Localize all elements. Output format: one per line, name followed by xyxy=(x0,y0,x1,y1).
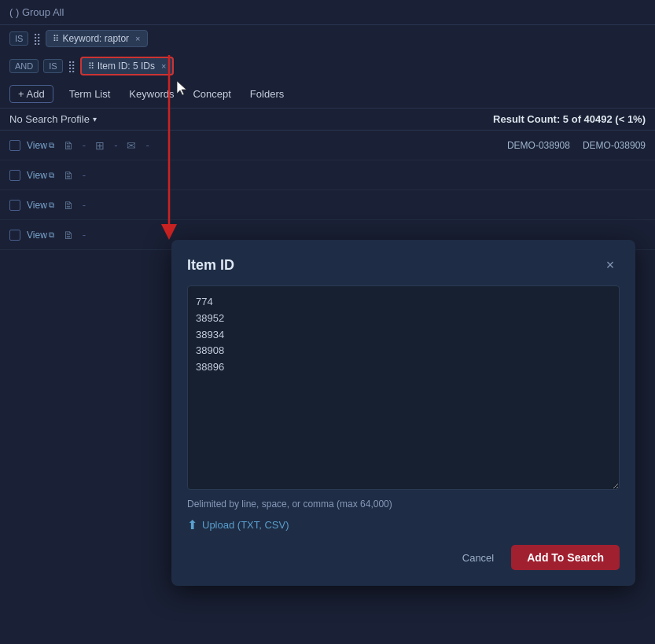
is-operator-1[interactable]: IS xyxy=(9,31,28,46)
profile-dropdown[interactable]: No Search Profile ▾ xyxy=(9,113,97,125)
add-button[interactable]: + Add xyxy=(9,85,53,103)
table-area: View ⧉ 🗎 - ⊞ - ✉ - DEMO-038908 DEMO-0389… xyxy=(0,131,655,250)
and-operator[interactable]: AND xyxy=(9,59,39,73)
keyword-tag[interactable]: ⠿ Keyword: raptor × xyxy=(46,30,147,47)
upload-button[interactable]: ⬆ Upload (TXT, CSV) xyxy=(187,517,620,532)
doc-icon-3: 🗎 xyxy=(61,199,76,212)
doc-icon-4: 🗎 xyxy=(61,229,76,241)
doc-icon-2: 🗎 xyxy=(61,169,76,182)
result-count: Result Count: 5 of 40492 (< 1%) xyxy=(493,113,646,125)
chevron-down-icon: ▾ xyxy=(93,115,97,123)
demo-val-1a: DEMO-038908 xyxy=(507,140,570,151)
modal-close-button[interactable]: × xyxy=(601,256,620,274)
cancel-button[interactable]: Cancel xyxy=(453,547,503,569)
profile-label: No Search Profile xyxy=(9,113,90,125)
filter-row: No Search Profile ▾ Result Count: 5 of 4… xyxy=(0,109,655,131)
view-link-4[interactable]: View ⧉ xyxy=(27,230,54,241)
table-row: View ⧉ 🗎 - xyxy=(0,160,655,190)
result-suffix: (< 1%) xyxy=(613,113,646,125)
modal-title: Item ID xyxy=(187,257,234,274)
network-icon-1: ⊞ xyxy=(92,139,108,152)
mail-icon-1: ✉ xyxy=(123,139,139,152)
item-id-modal: Item ID × 774 38952 38934 38908 38896 De… xyxy=(171,240,635,586)
upload-icon: ⬆ xyxy=(187,517,197,532)
folders-button[interactable]: Folders xyxy=(247,86,287,101)
view-link-3[interactable]: View ⧉ xyxy=(27,200,54,211)
grid-dots-icon-2: ⠿ xyxy=(88,61,94,72)
grid-dots-icon: ⠿ xyxy=(53,34,59,44)
dash-6: - xyxy=(83,229,86,241)
search-row-1: IS ⣿ ⠿ Keyword: raptor × xyxy=(0,25,655,52)
row-checkbox-4[interactable] xyxy=(9,230,20,241)
result-value: 5 of 40492 xyxy=(563,113,613,125)
dash-4: - xyxy=(83,169,86,181)
keywords-button[interactable]: Keywords xyxy=(126,86,177,101)
row-checkbox-3[interactable] xyxy=(9,200,20,211)
modal-hint: Delimited by line, space, or comma (max … xyxy=(187,499,620,510)
item-id-close-icon[interactable]: × xyxy=(161,61,166,71)
group-all-label[interactable]: ( ) Group All xyxy=(9,6,64,18)
external-link-icon-4: ⧉ xyxy=(49,230,54,240)
keyword-close-icon[interactable]: × xyxy=(135,34,140,43)
view-link-2[interactable]: View ⧉ xyxy=(27,170,54,181)
is-operator-2[interactable]: IS xyxy=(43,59,62,73)
add-to-search-button[interactable]: Add To Search xyxy=(511,545,620,570)
top-bar: ( ) Group All xyxy=(0,0,655,25)
search-row-2: AND IS ⣿ ⠿ Item ID: 5 IDs × xyxy=(0,52,655,80)
keyword-label: Keyword: raptor xyxy=(62,33,129,44)
item-id-textarea[interactable]: 774 38952 38934 38908 38896 xyxy=(187,285,620,490)
tree-icon-1: ⣿ xyxy=(33,32,41,45)
view-link-1[interactable]: View ⧉ xyxy=(27,140,54,151)
item-id-tag[interactable]: ⠿ Item ID: 5 IDs × xyxy=(80,57,175,75)
table-row: View ⧉ 🗎 - ⊞ - ✉ - DEMO-038908 DEMO-0389… xyxy=(0,131,655,160)
external-link-icon-3: ⧉ xyxy=(49,201,54,210)
result-prefix: Result Count: xyxy=(493,113,563,125)
dash-1: - xyxy=(83,139,86,151)
external-link-icon: ⧉ xyxy=(49,141,54,150)
row-checkbox-1[interactable] xyxy=(9,140,20,151)
dash-5: - xyxy=(83,199,86,211)
item-id-label: Item ID: 5 IDs xyxy=(98,61,155,72)
term-list-button[interactable]: Term List xyxy=(66,86,114,101)
external-link-icon-2: ⧉ xyxy=(49,171,54,180)
modal-header: Item ID × xyxy=(187,256,620,274)
tree-icon-2: ⣿ xyxy=(68,60,75,72)
doc-icon-1: 🗎 xyxy=(61,139,76,152)
row-checkbox-2[interactable] xyxy=(9,170,20,181)
concept-button[interactable]: Concept xyxy=(190,86,234,101)
upload-label: Upload (TXT, CSV) xyxy=(202,519,289,531)
dash-3: - xyxy=(145,139,149,151)
modal-footer: Cancel Add To Search xyxy=(187,545,620,570)
demo-val-1b: DEMO-038909 xyxy=(583,140,646,151)
toolbar-row: + Add Term List Keywords Concept Folders xyxy=(0,80,655,109)
dash-2: - xyxy=(114,139,117,151)
table-row: View ⧉ 🗎 - xyxy=(0,190,655,220)
